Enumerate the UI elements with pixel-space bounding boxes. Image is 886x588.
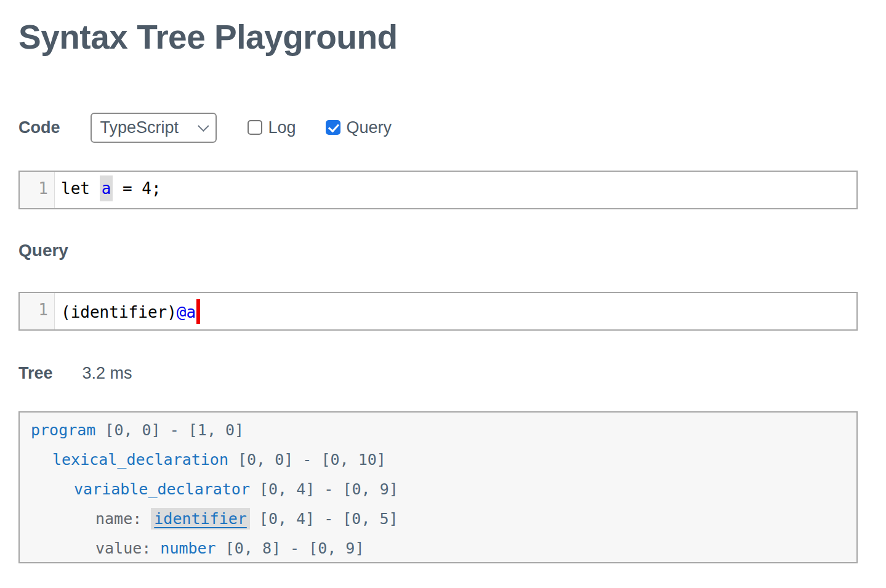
tree-label-row: Tree 3.2 ms (18, 364, 858, 383)
log-checkbox-label[interactable]: Log (268, 118, 296, 137)
tree-output[interactable]: program[0, 0] - [1, 0]lexical_declaratio… (18, 411, 858, 563)
code-line[interactable]: let a = 4; (55, 172, 856, 208)
code-text-after: = 4; (113, 179, 161, 198)
tree-node-link[interactable]: identifier (151, 508, 250, 530)
tree-node-range: [0, 8] - [0, 9] (225, 539, 364, 557)
code-editor-gutter: 1 (20, 172, 55, 208)
controls-bar: Code TypeScript Log Query (18, 112, 858, 143)
log-checkbox[interactable] (248, 120, 262, 135)
query-line[interactable]: (identifier)@a (55, 293, 856, 329)
query-editor[interactable]: 1 (identifier)@a (18, 292, 858, 331)
tree-row: variable_declarator[0, 4] - [0, 9] (31, 475, 856, 504)
log-checkbox-group[interactable]: Log (248, 118, 296, 137)
query-checkbox-group[interactable]: Query (326, 118, 392, 137)
tree-row: name: identifier[0, 4] - [0, 5] (31, 504, 856, 534)
code-label: Code (18, 118, 60, 137)
tree-node-link[interactable]: lexical_declaration (52, 451, 228, 469)
tree-node-field: name: (95, 510, 151, 528)
tree-node-link[interactable]: number (160, 539, 215, 557)
query-checkbox-label[interactable]: Query (347, 118, 392, 137)
tree-node-range: [0, 0] - [0, 10] (238, 451, 386, 469)
code-text-before: let (61, 179, 100, 198)
language-select-value: TypeScript (100, 118, 179, 137)
query-line-number: 1 (38, 300, 48, 319)
code-editor[interactable]: 1 let a = 4; (18, 171, 858, 209)
code-line-number: 1 (38, 179, 48, 198)
query-editor-gutter: 1 (20, 293, 55, 329)
playground-page: Syntax Tree Playground Code TypeScript L… (0, 0, 886, 563)
capture-highlight: a (100, 175, 113, 201)
tree-label: Tree (18, 364, 53, 383)
tree-row: lexical_declaration[0, 0] - [0, 10] (31, 445, 856, 475)
tree-node-range: [0, 4] - [0, 5] (259, 510, 398, 528)
language-select[interactable]: TypeScript (91, 113, 217, 143)
tree-parse-time: 3.2 ms (83, 364, 132, 383)
query-checkbox[interactable] (326, 120, 340, 135)
tree-node-range: [0, 0] - [1, 0] (105, 421, 244, 439)
page-title: Syntax Tree Playground (18, 17, 858, 57)
tree-node-link[interactable]: variable_declarator (74, 480, 250, 498)
tree-node-link[interactable]: program (31, 421, 95, 439)
query-heading: Query (18, 241, 858, 260)
tree-row: program[0, 0] - [1, 0] (31, 416, 856, 445)
tree-row: value: number[0, 8] - [0, 9] (31, 534, 856, 563)
query-pattern-text: (identifier) (61, 303, 177, 321)
tree-node-range: [0, 4] - [0, 9] (259, 480, 398, 498)
tree-node-field: value: (95, 539, 160, 557)
query-capture-text: @a (177, 303, 196, 321)
text-cursor (196, 299, 200, 324)
chevron-down-icon (198, 120, 209, 131)
